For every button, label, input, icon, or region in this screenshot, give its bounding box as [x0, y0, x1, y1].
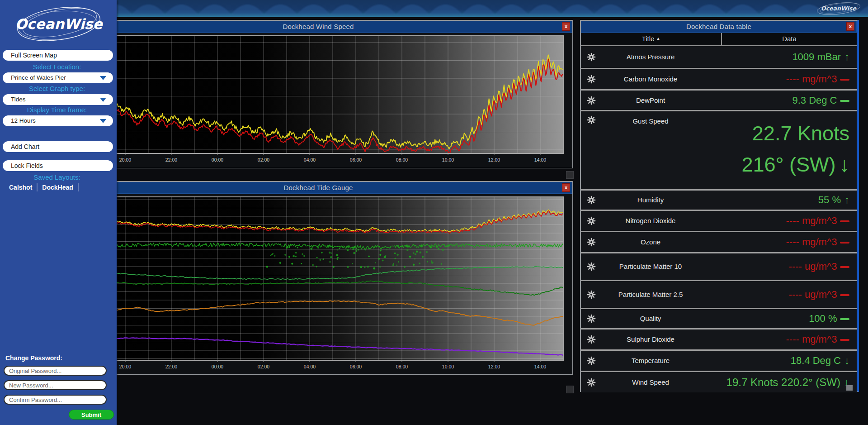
gear-icon[interactable]	[586, 262, 596, 272]
row-title: Nitrogen Dioxide	[581, 215, 717, 226]
table-row: Particulate Matter 10---- ug/m^3	[581, 252, 857, 280]
graph-type-dropdown-value: Tides	[11, 96, 26, 103]
wind-window-scroll-handle[interactable]	[566, 171, 574, 179]
timeframe-dropdown-value: 12 Hours	[11, 117, 36, 124]
wind-speed-chart[interactable]: 20:0022:0000:0002:0004:0006:0008:0010:00…	[64, 33, 572, 168]
saved-layout-calshot[interactable]: Calshot	[5, 183, 38, 191]
tide-window-titlebar[interactable]: Dockhead Tide Gauge x	[64, 182, 572, 194]
row-title: Atmos Pressure	[581, 52, 717, 62]
display-timeframe-label: Display Time frame:	[0, 106, 114, 114]
row-value: 1009 mBar↑	[717, 51, 857, 63]
table-row: Sulphur Dioxide---- mg/m^3	[581, 328, 857, 349]
gear-icon[interactable]	[586, 216, 596, 226]
row-value: ---- mg/m^3	[717, 73, 857, 85]
saved-layouts-label: Saved Layouts:	[0, 173, 114, 181]
svg-text:00:00: 00:00	[212, 157, 223, 162]
change-password-label: Change Password:	[5, 354, 62, 362]
window-data-table: Dockhead Data table x Title▲ Data Atmos …	[580, 20, 859, 392]
table-row: Wind Speed19.7 Knots 220.2° (SW)↓	[581, 371, 857, 392]
table-header-data[interactable]: Data	[722, 33, 857, 45]
row-title: Particulate Matter 2.5	[581, 289, 717, 300]
table-header-title[interactable]: Title▲	[581, 33, 722, 45]
mini-logo-text: OceanWise	[821, 5, 857, 12]
wind-window-titlebar[interactable]: Dockhead Wind Speed x	[64, 21, 572, 33]
svg-text:02:00: 02:00	[258, 364, 269, 369]
svg-text:10:00: 10:00	[442, 157, 454, 162]
svg-text:08:00: 08:00	[396, 364, 408, 369]
row-value: 22.7 Knots216° (SW)↓	[717, 111, 857, 186]
logo-text: OceanWise	[15, 16, 103, 32]
row-title: Sulphur Dioxide	[581, 334, 717, 344]
svg-text:04:00: 04:00	[304, 364, 316, 369]
row-value: 55 %↑	[717, 194, 857, 206]
lock-fields-button[interactable]: Lock Fields	[3, 160, 113, 171]
table-window-titlebar[interactable]: Dockhead Data table x	[581, 21, 857, 33]
full-screen-map-button[interactable]: Full Screen Map	[3, 50, 113, 61]
row-value: ---- mg/m^3	[717, 334, 857, 345]
svg-text:02:00: 02:00	[258, 157, 269, 162]
original-password-field[interactable]	[4, 366, 107, 376]
saved-layouts-tabs: Calshot DockHead	[5, 183, 79, 191]
gear-icon[interactable]	[586, 195, 596, 205]
gear-icon[interactable]	[586, 290, 596, 300]
svg-text:14:00: 14:00	[534, 364, 546, 369]
gear-icon[interactable]	[586, 74, 596, 84]
table-close-button[interactable]: x	[846, 22, 854, 31]
oceanwise-logo: OceanWise	[13, 3, 105, 46]
table-row: Humidity55 %↑	[581, 189, 857, 210]
tide-gauge-chart[interactable]: 20:0022:0000:0002:0004:0006:0008:0010:00…	[64, 194, 572, 374]
select-graph-type-label: Select Graph type:	[0, 85, 114, 92]
submit-password-button[interactable]: Submit	[69, 410, 114, 420]
gear-icon[interactable]	[586, 314, 596, 324]
row-value: 100 %	[717, 313, 857, 325]
svg-text:22:00: 22:00	[165, 157, 177, 162]
row-title: Humidity	[581, 195, 717, 205]
wind-window-title: Dockhead Wind Speed	[64, 21, 572, 33]
new-password-field[interactable]	[4, 380, 107, 390]
select-location-label: Select Location:	[0, 63, 114, 71]
table-resize-grip[interactable]	[846, 385, 853, 391]
gear-icon[interactable]	[586, 96, 596, 105]
oceanwise-mini-logo: OceanWise	[814, 1, 863, 16]
svg-text:08:00: 08:00	[396, 157, 408, 162]
table-row: Gust Speed22.7 Knots216° (SW)↓	[581, 110, 857, 189]
trend-flat-icon	[840, 318, 849, 320]
window-tide-gauge: Dockhead Tide Gauge x 20:0022:0000:0002:…	[63, 181, 573, 375]
svg-text:06:00: 06:00	[350, 157, 362, 162]
wind-close-button[interactable]: x	[562, 22, 570, 31]
graph-type-dropdown[interactable]: Tides	[3, 94, 113, 105]
row-title: Gust Speed	[581, 111, 717, 126]
gear-icon[interactable]	[586, 237, 596, 247]
trend-up-icon: ↑	[844, 51, 849, 62]
svg-text:04:00: 04:00	[304, 157, 316, 162]
trend-flat-icon	[840, 339, 849, 341]
add-chart-button[interactable]: Add Chart	[3, 141, 113, 152]
table-row: Ozone---- mg/m^3	[581, 231, 857, 252]
gear-icon[interactable]	[586, 115, 596, 125]
tide-window-scroll-handle[interactable]	[566, 386, 574, 393]
row-value: 18.4 Deg C↓	[717, 355, 857, 367]
confirm-password-field[interactable]	[4, 395, 107, 405]
row-value: ---- mg/m^3	[717, 236, 857, 248]
gear-icon[interactable]	[586, 356, 596, 366]
chevron-down-icon	[100, 119, 106, 123]
row-title: Temperature	[581, 355, 717, 366]
sidebar: OceanWise Full Screen Map Select Locatio…	[0, 0, 117, 425]
location-dropdown[interactable]: Prince of Wales Pier	[3, 72, 113, 83]
trend-flat-icon	[840, 294, 849, 296]
svg-text:00:00: 00:00	[212, 364, 223, 369]
table-row: DewPoint9.3 Deg C	[581, 89, 857, 110]
tide-close-button[interactable]: x	[562, 183, 570, 192]
table-body: Atmos Pressure1009 mBar↑Carbon Monoxide-…	[581, 46, 857, 392]
trend-flat-icon	[840, 79, 849, 81]
row-value: 19.7 Knots 220.2° (SW)↓	[717, 376, 857, 389]
gear-icon[interactable]	[586, 334, 596, 344]
svg-text:20:00: 20:00	[119, 157, 131, 162]
svg-text:10:00: 10:00	[442, 364, 454, 369]
gear-icon[interactable]	[586, 52, 596, 62]
gear-icon[interactable]	[586, 377, 596, 387]
saved-layout-dockhead[interactable]: DockHead	[38, 183, 78, 191]
trend-down-icon: ↓	[840, 153, 850, 176]
timeframe-dropdown[interactable]: 12 Hours	[3, 115, 113, 126]
svg-text:20:00: 20:00	[119, 364, 131, 369]
